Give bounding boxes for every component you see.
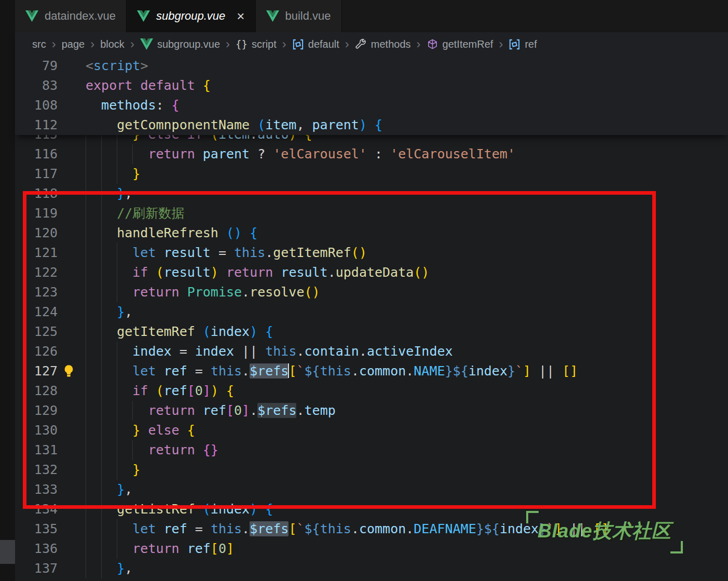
code-line-112[interactable]: 112 getComnponentName (item, parent) { (15, 115, 728, 135)
token (265, 146, 273, 161)
token: parent (203, 146, 250, 161)
token: { (172, 98, 180, 113)
gutter-decorations (58, 76, 86, 96)
breadcrumb-item-getItemRef[interactable]: getItemRef (427, 38, 493, 50)
token: . (406, 521, 414, 536)
token: , (125, 561, 132, 576)
tab-dataindex-vue[interactable]: dataindex.vue (15, 0, 127, 32)
token: } (476, 521, 484, 536)
token: methods (101, 98, 156, 113)
cube-icon (427, 38, 438, 50)
tab-build-vue[interactable]: build.vue (256, 0, 342, 32)
token: ) (359, 117, 367, 132)
tab-label: dataindex.vue (45, 9, 116, 23)
code-line-116[interactable]: 116 return parent ? 'elCarousel' : 'elCa… (15, 144, 728, 164)
indent-guide (101, 164, 102, 184)
breadcrumb-item-script[interactable]: {}script (236, 38, 277, 50)
indent-guide (117, 164, 117, 184)
token (305, 117, 312, 132)
vscode-window: dataindex.vuesubgroup.vue×build.vue 115 … (0, 0, 728, 581)
gutter-decorations (58, 559, 86, 578)
breadcrumb-item-methods[interactable]: methods (355, 38, 411, 50)
token: . (242, 521, 250, 536)
vue-icon (266, 10, 279, 22)
tab-label: subgroup.vue (156, 9, 225, 23)
breadcrumb-item-src[interactable]: src (32, 38, 46, 50)
vue-icon (137, 10, 150, 22)
code-line-83[interactable]: 83export default { (15, 76, 728, 96)
line-number[interactable]: 116 (15, 144, 58, 164)
gutter-decorations (58, 115, 86, 135)
vue-icon (140, 38, 153, 50)
vue-icon (25, 10, 38, 22)
token: getComnponentName (117, 117, 250, 132)
breadcrumb-label: page (62, 38, 85, 50)
code-text: getComnponentName (item, parent) { (86, 115, 728, 135)
token: common (359, 521, 406, 536)
token (86, 166, 132, 181)
line-number[interactable]: 135 (15, 519, 58, 539)
indent-guide (86, 519, 86, 539)
token (86, 521, 132, 536)
code-line-108[interactable]: 108 methods: { (15, 96, 728, 115)
chevron-right-icon: › (345, 38, 350, 50)
breadcrumb: src›page›block›subgroup.vue›{}script›def… (15, 32, 728, 56)
indent-guide (117, 539, 117, 559)
indent-guide (86, 539, 86, 559)
token: : (156, 98, 163, 113)
line-number[interactable]: 137 (15, 559, 58, 578)
breadcrumb-item-default[interactable]: default (292, 38, 339, 50)
gutter-decorations (58, 144, 86, 164)
breadcrumb-label: getItemRef (443, 38, 493, 50)
breadcrumb-item-block[interactable]: block (100, 38, 125, 50)
line-number[interactable]: 136 (15, 539, 58, 559)
breadcrumb-item-ref[interactable]: ref (509, 38, 537, 50)
token (187, 521, 195, 536)
token (367, 117, 375, 132)
watermark-corner-topleft-icon (526, 511, 539, 523)
token: ? (257, 146, 265, 161)
indent-guide (117, 144, 117, 164)
token: > (140, 58, 148, 73)
chevron-right-icon: › (498, 38, 503, 50)
close-icon[interactable]: × (237, 9, 244, 23)
token: < (86, 58, 93, 73)
line-number[interactable]: 108 (15, 96, 58, 115)
tab-bar: dataindex.vuesubgroup.vue×build.vue (15, 0, 728, 32)
watermark: Blade技术社区 (526, 511, 683, 553)
annotation-rectangle (23, 191, 656, 509)
watermark-text: Blade技术社区 (538, 518, 671, 544)
token: let (132, 521, 156, 536)
token: ` (296, 521, 304, 536)
token: this (211, 521, 242, 536)
indent-guide (101, 559, 102, 578)
breadcrumb-item-page[interactable]: page (62, 38, 85, 50)
indent-guide (86, 559, 86, 578)
code-text: }, (86, 559, 728, 578)
line-number[interactable]: 83 (15, 76, 58, 96)
chevron-right-icon: › (90, 38, 95, 50)
token: { (375, 117, 382, 132)
line-number[interactable]: 79 (15, 56, 58, 76)
token: [ (211, 541, 218, 556)
code-line-79[interactable]: 79<script> (15, 56, 728, 76)
token: script (93, 58, 140, 73)
indent-guide (117, 519, 117, 539)
breadcrumb-item-subgroup-vue[interactable]: subgroup.vue (140, 38, 220, 50)
token: DEAFNAME (414, 521, 476, 536)
line-number[interactable]: 117 (15, 164, 58, 184)
line-number[interactable]: 112 (15, 115, 58, 135)
gutter-decorations (58, 164, 86, 184)
token: ${ (305, 521, 320, 536)
sticky-lines: 79<script>83export default {108 methods:… (15, 56, 728, 135)
token: export (86, 78, 132, 93)
code-line-117[interactable]: 117 } (15, 164, 728, 184)
token: 0 (218, 541, 226, 556)
chevron-right-icon: › (130, 38, 135, 50)
token: . (351, 521, 359, 536)
chevron-right-icon: › (416, 38, 421, 50)
token (367, 146, 375, 161)
code-line-137[interactable]: 137 }, (15, 559, 728, 578)
token: } (132, 166, 140, 181)
tab-subgroup-vue[interactable]: subgroup.vue× (127, 0, 256, 32)
